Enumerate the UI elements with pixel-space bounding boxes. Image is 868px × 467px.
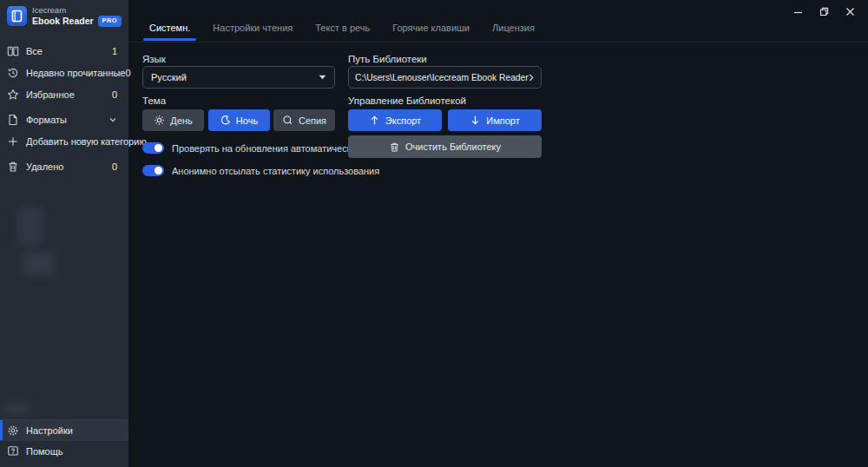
language-select[interactable]: Русский — [142, 66, 335, 89]
sidebar-item-label: Избранное — [26, 89, 75, 100]
language-value: Русский — [151, 72, 319, 82]
theme-day-label: День — [170, 115, 192, 126]
send-stats-label: Анонимно отсылать статистику использован… — [172, 166, 379, 176]
sidebar-item-count: 0 — [112, 161, 117, 172]
sidebar-item-label: Недавно прочитанные — [26, 68, 125, 78]
ghost-artifact — [3, 403, 30, 415]
send-stats-toggle[interactable] — [142, 165, 164, 176]
sidebar-item-all[interactable]: Все 1 — [0, 41, 128, 62]
gear-icon — [7, 424, 19, 437]
caret-down-icon — [319, 75, 326, 80]
minimize-button[interactable] — [785, 3, 811, 19]
theme-night-label: Ночь — [236, 115, 258, 126]
minimize-icon — [793, 7, 803, 16]
app-logo: Icecream Ebook Reader PRO — [0, 0, 128, 27]
sidebar-item-label: Помощь — [26, 446, 63, 457]
sun-icon — [154, 115, 165, 126]
sidebar-item-label: Удалено — [26, 161, 63, 172]
sidebar-item-recent[interactable]: Недавно прочитанные 0 — [0, 62, 128, 84]
close-icon — [845, 7, 855, 16]
import-label: Импорт — [486, 115, 519, 126]
clear-library-button[interactable]: Очистить Библиотеку — [348, 135, 542, 158]
sidebar-item-add-category[interactable]: Добавить новую категорию — [0, 131, 128, 153]
auto-update-label: Проверять на обновления автоматически — [172, 143, 357, 154]
ghost-artifact — [23, 252, 54, 276]
library-path-label: Путь Библиотеки — [348, 54, 427, 64]
restore-icon — [819, 7, 829, 16]
arrow-up-icon — [369, 115, 380, 126]
plus-icon — [7, 135, 19, 148]
ghost-artifact — [17, 207, 43, 245]
file-icon — [7, 114, 19, 126]
sidebar-item-deleted[interactable]: Удалено 0 — [0, 156, 128, 178]
library-path-value: C:\Users\Lenouser\Icecream Ebook Reader\… — [355, 73, 529, 82]
sidebar-item-settings[interactable]: Настройки — [0, 419, 128, 440]
theme-sepia-button[interactable]: Сепия — [273, 109, 335, 131]
sidebar: Icecream Ebook Reader PRO Все 1 Недавно … — [0, 0, 128, 467]
sidebar-item-help[interactable]: Помощь — [0, 440, 128, 461]
theme-day-button[interactable]: День — [142, 109, 204, 131]
library-path-input[interactable]: C:\Users\Lenouser\Icecream Ebook Reader\… — [348, 66, 542, 89]
moon-icon — [220, 115, 231, 126]
help-icon — [7, 445, 19, 457]
sidebar-item-formats[interactable]: Форматы — [0, 109, 128, 131]
theme-options: День Ночь Сепия — [142, 109, 335, 131]
settings-tabs: Системн. Настройки чтения Текст в речь Г… — [149, 23, 535, 41]
window-controls — [785, 3, 863, 19]
chevron-right-icon — [529, 73, 535, 82]
arrow-down-icon — [470, 115, 481, 126]
tab-reading-settings[interactable]: Настройки чтения — [213, 23, 293, 41]
toggle-knob — [155, 167, 162, 174]
app-window: { "colors": { "accent_blue": "#2d62e0", … — [0, 0, 868, 467]
sidebar-nav: Все 1 Недавно прочитанные 0 Избранное 0 — [0, 41, 128, 178]
sidebar-item-favorites[interactable]: Избранное 0 — [0, 84, 128, 106]
import-button[interactable]: Импорт — [448, 109, 542, 131]
toggle-knob — [155, 144, 162, 152]
brand-line2: Ebook Reader — [32, 16, 94, 26]
export-button[interactable]: Экспорт — [348, 109, 442, 131]
sepia-icon — [282, 115, 293, 126]
sidebar-footer: Настройки Помощь — [0, 419, 128, 461]
pro-badge: PRO — [98, 16, 122, 27]
star-icon — [7, 89, 19, 101]
export-label: Экспорт — [385, 115, 421, 126]
trash-icon — [7, 161, 19, 173]
theme-label: Тема — [142, 95, 166, 106]
theme-sepia-label: Сепия — [299, 115, 326, 126]
brand-line1: Icecream — [32, 6, 122, 16]
brand-text: Icecream Ebook Reader PRO — [32, 6, 122, 27]
sidebar-item-label: Настройки — [26, 425, 73, 436]
tab-text-to-speech[interactable]: Текст в речь — [315, 23, 370, 41]
sidebar-item-count: 1 — [112, 46, 117, 56]
close-button[interactable] — [837, 3, 863, 19]
language-label: Язык — [142, 54, 166, 64]
tabs-divider — [128, 42, 868, 43]
sidebar-item-label: Все — [26, 46, 43, 56]
tab-system[interactable]: Системн. — [149, 23, 190, 41]
tab-hotkeys[interactable]: Горячие клавиши — [392, 23, 470, 41]
main-panel: Системн. Настройки чтения Текст в речь Г… — [128, 0, 868, 467]
clear-library-label: Очистить Библиотеку — [405, 141, 501, 152]
auto-update-row: Проверять на обновления автоматически — [142, 142, 357, 154]
library-icon — [7, 45, 19, 57]
auto-update-toggle[interactable] — [142, 142, 164, 154]
trash-icon — [389, 141, 400, 153]
send-stats-row: Анонимно отсылать статистику использован… — [142, 165, 379, 176]
chevron-down-icon — [108, 115, 117, 124]
sidebar-item-count: 0 — [112, 89, 117, 100]
library-management-label: Управление Библиотекой — [348, 95, 466, 106]
theme-night-button[interactable]: Ночь — [208, 109, 270, 131]
history-icon — [7, 67, 19, 79]
book-icon — [11, 10, 23, 23]
app-logo-icon — [7, 6, 27, 26]
sidebar-item-label: Форматы — [26, 115, 67, 125]
restore-button[interactable] — [811, 3, 837, 19]
tab-license[interactable]: Лицензия — [492, 23, 535, 41]
library-management-buttons: Экспорт Импорт — [348, 109, 542, 131]
